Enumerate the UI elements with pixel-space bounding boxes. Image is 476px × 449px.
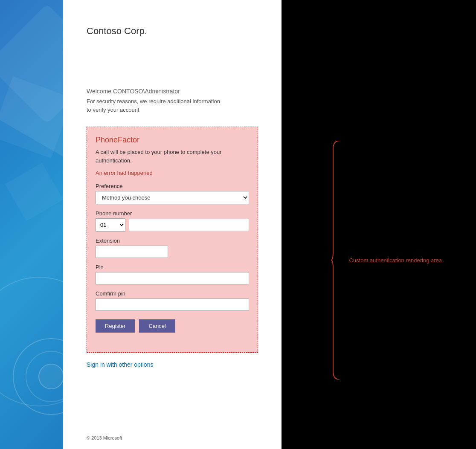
preference-group: Preference Method you choose — [96, 183, 249, 204]
phone-label: Phone number — [96, 210, 249, 217]
custom-auth-label: Custom authentication rendering area — [349, 257, 442, 264]
geo-decoration-3 — [5, 163, 64, 221]
phonefactor-title: PhoneFactor — [96, 136, 249, 145]
footer: © 2013 Microsoft — [63, 427, 282, 449]
welcome-section: Welcome CONTOSO\Administrator For securi… — [63, 88, 282, 122]
welcome-title: Welcome CONTOSO\Administrator — [87, 88, 264, 95]
phone-group: Phone number 01 — [96, 210, 249, 232]
panel-header: Contoso Corp. — [63, 0, 282, 88]
phonefactor-section: PhoneFactor A call will be placed to you… — [87, 127, 258, 353]
phonefactor-description: A call will be placed to your phone to c… — [96, 148, 249, 165]
country-code-select[interactable]: 01 — [96, 218, 125, 232]
error-message: An error had happened — [96, 170, 249, 176]
curly-brace-icon — [331, 141, 344, 379]
welcome-subtitle: For security reasons, we require additio… — [87, 97, 264, 114]
pin-input[interactable] — [96, 272, 249, 284]
confirm-pin-label: Comfirm pin — [96, 290, 249, 297]
sign-in-other-link[interactable]: Sign in with other options — [87, 361, 153, 368]
phone-row: 01 — [96, 218, 249, 232]
pin-label: Pin — [96, 264, 249, 270]
circle-decoration-3 — [38, 364, 64, 389]
sign-in-other-section: Sign in with other options — [63, 353, 282, 368]
confirm-pin-input[interactable] — [96, 298, 249, 311]
company-name: Contoso Corp. — [87, 26, 264, 37]
extension-label: Extension — [96, 238, 249, 244]
preference-label: Preference — [96, 183, 249, 189]
phone-input[interactable] — [129, 219, 249, 231]
cancel-button[interactable]: Cancel — [139, 319, 175, 333]
blue-background: Contoso Corp. Welcome CONTOSO\Administra… — [0, 0, 282, 449]
annotation-area: Custom authentication rendering area — [331, 141, 442, 379]
register-button[interactable]: Register — [96, 319, 135, 333]
button-row: Register Cancel — [96, 319, 249, 333]
preference-select[interactable]: Method you choose — [96, 191, 249, 204]
pin-group: Pin — [96, 264, 249, 284]
confirm-pin-group: Comfirm pin — [96, 290, 249, 311]
extension-group: Extension — [96, 238, 249, 258]
login-panel: Contoso Corp. Welcome CONTOSO\Administra… — [63, 0, 282, 449]
extension-input[interactable] — [96, 246, 168, 258]
black-background: Custom authentication rendering area — [282, 0, 476, 449]
